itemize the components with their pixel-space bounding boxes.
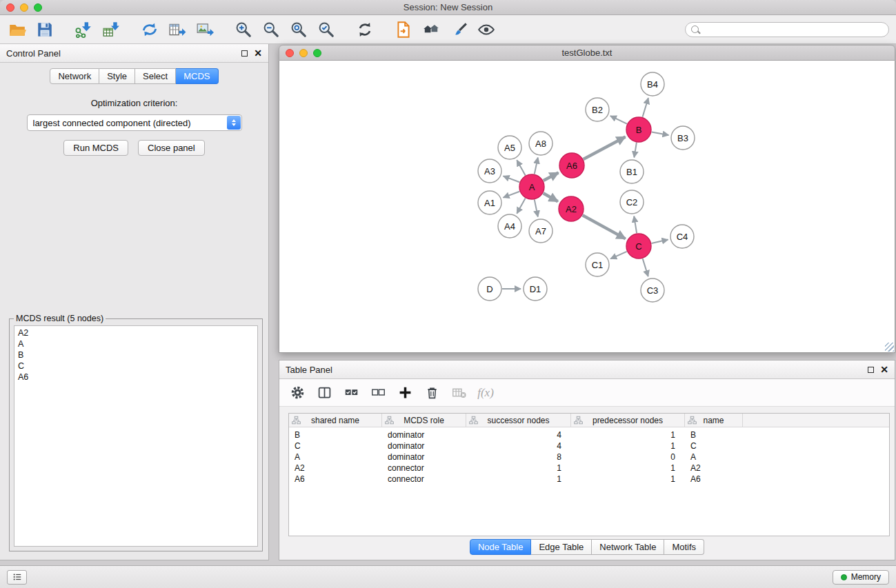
import-table-icon[interactable] — [101, 19, 121, 40]
table-cell[interactable]: A2 — [685, 463, 743, 473]
tab-network[interactable]: Network — [50, 68, 99, 84]
network-canvas[interactable]: B4B2B3A5A8A3B1A1C2A4A7C4C1C3DD1BA6AA2C — [279, 61, 895, 353]
graph-node-C2[interactable]: C2 — [620, 190, 644, 214]
table-cell[interactable]: C — [685, 441, 743, 451]
table-cell[interactable]: 4 — [466, 441, 571, 451]
run-mcds-button[interactable]: Run MCDS — [63, 140, 128, 156]
table-cell[interactable]: 4 — [466, 430, 571, 440]
float-panel-icon[interactable] — [241, 50, 248, 57]
close-window-button[interactable] — [6, 3, 14, 12]
table-cell[interactable]: 1 — [571, 463, 685, 473]
graph-node-C4[interactable]: C4 — [670, 225, 694, 248]
mcds-result-item[interactable]: B — [18, 349, 254, 361]
resize-grip-icon[interactable] — [885, 343, 894, 352]
tab-mcds[interactable]: MCDS — [176, 68, 218, 84]
table-cell[interactable]: 1 — [571, 430, 685, 440]
graph-node-D1[interactable]: D1 — [524, 277, 547, 301]
graph-node-A2[interactable]: A2 — [559, 196, 584, 221]
memory-button[interactable]: Memory — [833, 570, 889, 585]
delete-table-icon[interactable] — [450, 385, 467, 401]
table-cell[interactable]: 1 — [571, 441, 685, 451]
graph-node-D[interactable]: D — [478, 277, 501, 301]
refresh-view-icon[interactable] — [355, 19, 375, 40]
import-document-icon[interactable] — [393, 19, 414, 40]
table-cell[interactable]: 1 — [466, 474, 571, 484]
export-table-icon[interactable] — [167, 19, 188, 40]
show-panels-button[interactable] — [7, 570, 27, 585]
graph-node-A5[interactable]: A5 — [498, 136, 521, 159]
mcds-result-item[interactable]: A6 — [18, 372, 254, 383]
graph-node-B4[interactable]: B4 — [641, 72, 664, 96]
export-image-icon[interactable] — [195, 19, 215, 40]
table-cell[interactable]: 1 — [466, 463, 571, 473]
graph-node-C1[interactable]: C1 — [586, 253, 609, 276]
graph-node-B1[interactable]: B1 — [620, 160, 644, 183]
graph-node-C[interactable]: C — [626, 234, 651, 258]
table-cell[interactable]: A — [685, 452, 743, 462]
zoom-in-icon[interactable] — [233, 19, 254, 40]
table-cell[interactable]: B — [685, 430, 743, 440]
close-panel-button[interactable]: Close panel — [138, 140, 205, 156]
graph-node-C3[interactable]: C3 — [641, 278, 664, 302]
table-cell[interactable]: 8 — [466, 452, 571, 462]
zoom-fit-icon[interactable] — [288, 19, 309, 40]
graph-node-B[interactable]: B — [626, 117, 651, 142]
table-cell[interactable]: connector — [382, 463, 466, 473]
tab-style[interactable]: Style — [99, 68, 135, 84]
deselect-all-icon[interactable] — [370, 385, 386, 401]
column-header-predecessor-nodes[interactable]: predecessor nodes — [571, 414, 685, 427]
minimize-window-button[interactable] — [20, 3, 28, 12]
graph-node-A7[interactable]: A7 — [529, 219, 552, 243]
table-row[interactable]: Bdominator41B — [289, 429, 889, 440]
table-row[interactable]: Cdominator41C — [289, 440, 889, 452]
column-header-shared-name[interactable]: shared name — [289, 414, 382, 427]
mcds-result-item[interactable]: A2 — [18, 327, 254, 338]
graph-node-A8[interactable]: A8 — [529, 132, 552, 155]
graph-node-B2[interactable]: B2 — [586, 98, 609, 121]
table-cell[interactable]: A6 — [685, 474, 743, 484]
open-file-icon[interactable] — [7, 19, 28, 40]
zoom-out-icon[interactable] — [261, 19, 281, 40]
tab-select[interactable]: Select — [135, 68, 176, 84]
zoom-selected-icon[interactable] — [316, 19, 337, 40]
table-cell[interactable]: A2 — [289, 463, 382, 473]
mcds-result-list[interactable]: A2ABCA6 — [14, 325, 258, 547]
column-header-MCDS-role[interactable]: MCDS role — [382, 414, 466, 427]
graph-node-B3[interactable]: B3 — [671, 126, 695, 150]
table-cell[interactable]: C — [289, 441, 382, 451]
table-cell[interactable]: A6 — [289, 474, 382, 484]
column-layout-icon[interactable] — [316, 385, 332, 401]
table-row[interactable]: Adominator80A — [289, 452, 889, 463]
delete-row-icon[interactable] — [424, 385, 440, 401]
optimization-criterion-select[interactable]: largest connected component (directed) — [27, 114, 242, 131]
tab-network-table[interactable]: Network Table — [592, 539, 664, 555]
table-cell[interactable]: A — [289, 452, 382, 462]
apply-layout-icon[interactable] — [139, 19, 160, 40]
table-cell[interactable]: 0 — [571, 452, 685, 462]
tab-node-table[interactable]: Node Table — [470, 539, 532, 555]
table-cell[interactable]: B — [289, 430, 382, 440]
style-brush-icon[interactable] — [448, 19, 469, 40]
graph-node-A3[interactable]: A3 — [478, 159, 501, 183]
minimize-network-window-button[interactable] — [299, 49, 308, 57]
save-session-icon[interactable] — [34, 19, 55, 40]
column-header-successor-nodes[interactable]: successor nodes — [466, 414, 571, 427]
function-builder-icon[interactable]: f(x) — [477, 385, 494, 401]
home-icon[interactable] — [421, 19, 441, 40]
graph-node-A4[interactable]: A4 — [498, 214, 521, 238]
gear-icon[interactable] — [289, 385, 306, 401]
mcds-result-item[interactable]: C — [18, 361, 254, 372]
search-input[interactable] — [703, 25, 883, 34]
zoom-network-window-button[interactable] — [313, 49, 321, 57]
show-details-eye-icon[interactable] — [476, 19, 497, 40]
table-cell[interactable]: dominator — [382, 430, 466, 440]
table-cell[interactable]: dominator — [382, 441, 466, 451]
add-row-icon[interactable] — [397, 385, 413, 401]
graph-node-A[interactable]: A — [519, 174, 544, 199]
graph-node-A1[interactable]: A1 — [478, 191, 501, 214]
table-row[interactable]: A6connector11A6 — [289, 474, 889, 485]
zoom-window-button[interactable] — [34, 3, 42, 12]
table-row[interactable]: A2connector11A2 — [289, 463, 889, 474]
select-all-icon[interactable] — [343, 385, 359, 401]
float-table-panel-icon[interactable] — [868, 367, 874, 373]
